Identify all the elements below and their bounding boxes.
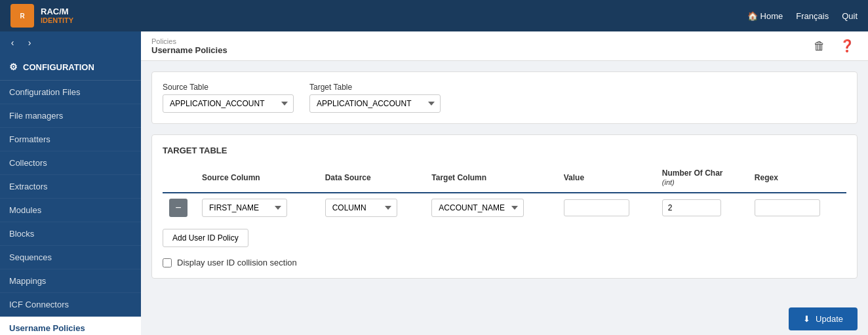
sidebar-item-file-managers[interactable]: File managers [0,104,141,128]
col-target-column: Target Column [425,163,557,193]
source-table-select[interactable]: APPLICATION_ACCOUNT [163,94,294,113]
svg-text:R: R [20,12,25,20]
sidebar-item-modules[interactable]: Modules [0,199,141,222]
breadcrumb: Policies Username Policies [151,37,227,55]
col-action [163,163,195,193]
table-body: − FIRST_NAME LAST_NAME EMAIL [163,193,846,222]
download-icon: ⬇ [803,314,810,324]
source-column-cell: FIRST_NAME LAST_NAME EMAIL [195,193,319,222]
gear-icon: ⚙ [9,62,18,72]
sidebar-item-configuration-files[interactable]: Configuration Files [0,81,141,104]
target-column-select[interactable]: ACCOUNT_NAME USER_ID EMAIL [431,199,524,217]
help-button[interactable]: ❓ [837,35,858,56]
target-table-selector-select[interactable]: APPLICATION_ACCOUNT [309,94,441,113]
col-source-column: Source Column [195,163,319,193]
regex-input[interactable] [755,199,820,216]
sidebar-section-header: ⚙ CONFIGURATION [0,54,141,81]
main-layout: ‹ › ⚙ CONFIGURATION Configuration Files … [0,31,868,335]
number-of-char-input[interactable] [662,199,721,216]
language-link[interactable]: Français [796,11,829,21]
delete-button[interactable]: 🗑 [809,35,830,56]
sidebar: ‹ › ⚙ CONFIGURATION Configuration Files … [0,31,141,335]
sidebar-nav-arrows: ‹ › [0,31,141,54]
target-table-selector-label: Target Table [309,83,441,92]
value-input[interactable] [564,199,629,216]
col-data-source: Data Source [319,163,425,193]
sidebar-item-sequences[interactable]: Sequences [0,246,141,269]
value-cell [557,193,656,222]
source-table-group: Source Table APPLICATION_ACCOUNT [163,83,294,113]
quit-label: Quit [842,11,858,21]
display-collision-checkbox[interactable] [163,258,172,267]
table-selector-card: Source Table APPLICATION_ACCOUNT Target … [151,71,858,124]
home-label: Home [760,11,783,21]
col-regex: Regex [748,163,846,193]
target-table-selector-group: Target Table APPLICATION_ACCOUNT [309,83,441,113]
target-column-cell: ACCOUNT_NAME USER_ID EMAIL [425,193,557,222]
quit-link[interactable]: Quit [842,11,858,21]
number-of-char-cell [656,193,748,222]
sidebar-item-icf-connectors[interactable]: ICF Connectors [0,293,141,317]
table-selector-row: Source Table APPLICATION_ACCOUNT Target … [163,83,846,113]
logo-text: RAC/M IDENTITY [41,7,73,26]
update-button[interactable]: ⬇ Update [789,307,858,330]
home-icon: 🏠 [747,11,758,21]
sidebar-item-formatters[interactable]: Formatters [0,128,141,151]
add-user-id-policy-button[interactable]: Add User ID Policy [163,229,248,247]
language-label: Français [796,11,829,21]
logo-icon: R [10,4,34,28]
header-actions: 🗑 ❓ [809,35,858,56]
content-header: Policies Username Policies 🗑 ❓ [141,31,868,61]
table-header: Source Column Data Source Target Column … [163,163,846,193]
sidebar-section-label: CONFIGURATION [23,62,94,72]
breadcrumb-current: Username Policies [151,45,227,55]
content-area: Policies Username Policies 🗑 ❓ Source Ta… [141,31,868,335]
source-table-label: Source Table [163,83,294,92]
target-table-section-title: TARGET TABLE [163,146,846,155]
nav-arrow-left[interactable]: ‹ [5,35,20,50]
col-number-of-char-sub: (int) [662,178,675,186]
table-row: − FIRST_NAME LAST_NAME EMAIL [163,193,846,222]
nav-arrow-down[interactable]: › [22,35,37,50]
table-header-row: Source Column Data Source Target Column … [163,163,846,193]
target-table: Source Column Data Source Target Column … [163,163,846,222]
sidebar-item-collectors[interactable]: Collectors [0,151,141,175]
logo-racm: RAC/M [41,7,73,17]
sidebar-item-extractors[interactable]: Extractors [0,175,141,199]
page-content: Source Table APPLICATION_ACCOUNT Target … [141,61,868,300]
nav-links: 🏠 Home Français Quit [747,11,858,21]
breadcrumb-parent: Policies [151,37,227,45]
target-table-card: TARGET TABLE Source Column Data Source [151,134,858,279]
logo-identity: IDENTITY [41,16,73,25]
sidebar-item-username-policies[interactable]: Username Policies [0,317,141,335]
logo-area: R RAC/M IDENTITY [10,4,73,28]
data-source-cell: COLUMN VALUE REGEX [319,193,425,222]
sidebar-item-mappings[interactable]: Mappings [0,269,141,293]
row-action-cell: − [163,193,195,222]
col-value: Value [557,163,656,193]
top-navigation: R RAC/M IDENTITY 🏠 Home Français Quit [0,0,868,31]
sidebar-item-blocks[interactable]: Blocks [0,222,141,246]
bottom-actions: ⬇ Update [141,300,868,335]
col-number-of-char: Number Of Char (int) [656,163,748,193]
home-link[interactable]: 🏠 Home [747,11,783,21]
regex-cell [748,193,846,222]
data-source-select[interactable]: COLUMN VALUE REGEX [325,199,397,217]
remove-row-button[interactable]: − [169,199,187,217]
collision-checkbox-label: Display user ID collision section [177,258,297,267]
source-column-select[interactable]: FIRST_NAME LAST_NAME EMAIL [202,199,287,217]
collision-checkbox-row: Display user ID collision section [163,258,846,267]
